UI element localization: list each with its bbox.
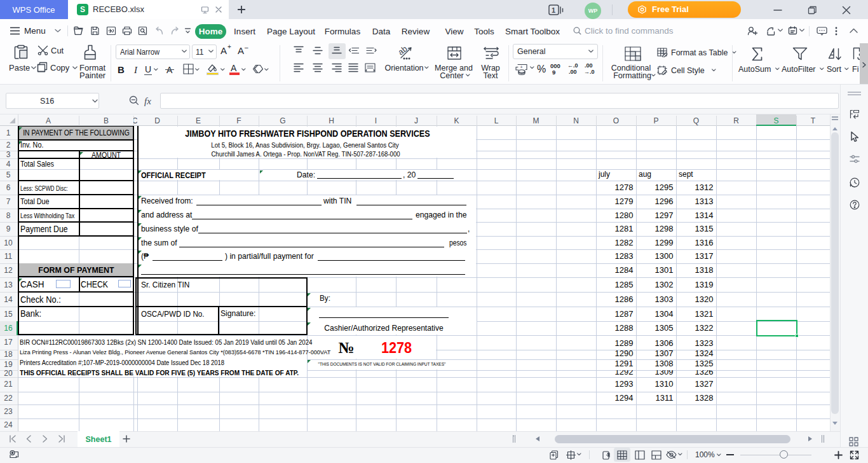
svg-text:+: +: [520, 65, 523, 69]
